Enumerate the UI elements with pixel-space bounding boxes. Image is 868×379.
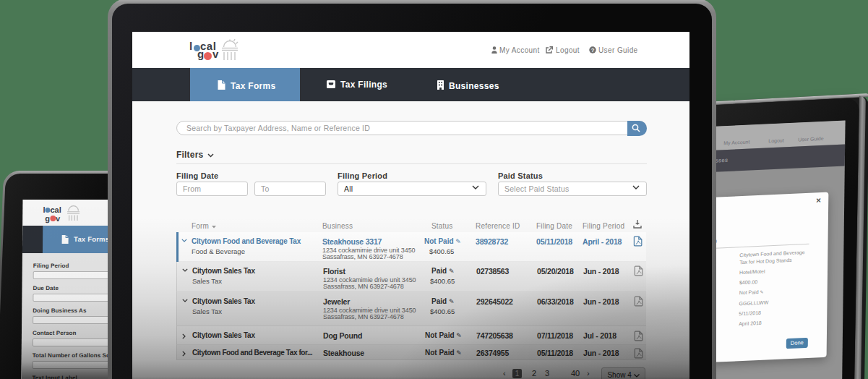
svg-text:?: ? xyxy=(591,47,595,54)
